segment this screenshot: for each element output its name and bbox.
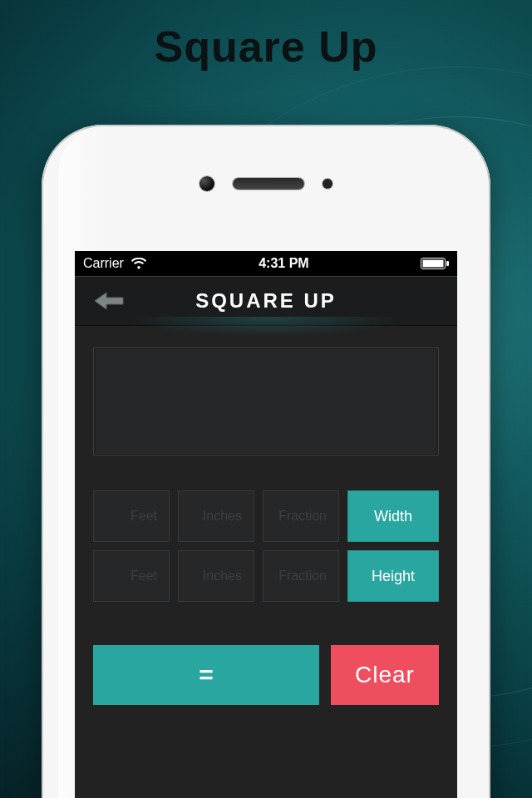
speaker-icon: [233, 178, 304, 190]
width-feet-input[interactable]: Feet: [93, 490, 170, 542]
action-row: = Clear: [93, 645, 439, 705]
promo-title: Square Up: [0, 22, 532, 71]
placeholder-label: Inches: [203, 569, 242, 584]
width-row: Feet Inches Fraction Width: [93, 490, 439, 542]
app-content: Feet Inches Fraction Width Feet Inches F…: [75, 326, 457, 705]
back-button[interactable]: [90, 289, 126, 313]
height-row: Feet Inches Fraction Height: [93, 550, 439, 602]
placeholder-label: Feet: [131, 509, 157, 524]
phone-frame: Carrier 4:31 PM: [42, 125, 490, 798]
phone-earpiece: [200, 176, 332, 191]
status-carrier: Carrier: [83, 256, 124, 271]
status-bar: Carrier 4:31 PM: [75, 251, 457, 276]
promo-background: Square Up Carrier 4:31 PM: [0, 0, 532, 798]
measurement-grid: Feet Inches Fraction Width Feet Inches F…: [93, 490, 439, 602]
height-fraction-input[interactable]: Fraction: [263, 550, 339, 602]
camera-icon: [200, 176, 214, 191]
equals-button[interactable]: =: [93, 645, 319, 705]
phone-screen: Carrier 4:31 PM: [75, 251, 457, 798]
battery-icon: [421, 258, 449, 269]
nav-title: SQUARE UP: [195, 289, 337, 313]
height-button[interactable]: Height: [347, 550, 439, 602]
width-fraction-input[interactable]: Fraction: [263, 490, 339, 542]
width-button[interactable]: Width: [347, 490, 439, 542]
placeholder-label: Fraction: [278, 509, 327, 524]
result-display: [93, 347, 439, 456]
width-inches-input[interactable]: Inches: [178, 490, 254, 542]
status-time: 4:31 PM: [259, 256, 308, 271]
placeholder-label: Inches: [203, 509, 242, 524]
wifi-icon: [131, 258, 147, 269]
placeholder-label: Fraction: [278, 569, 327, 584]
height-button-label: Height: [372, 568, 415, 585]
clear-button[interactable]: Clear: [331, 645, 439, 705]
app-root: SQUARE UP Feet Inches Fraction Width Fee…: [75, 276, 457, 798]
width-button-label: Width: [374, 508, 412, 525]
height-inches-input[interactable]: Inches: [178, 550, 254, 602]
height-feet-input[interactable]: Feet: [93, 550, 170, 602]
sensor-icon: [323, 179, 332, 189]
svg-rect-2: [446, 261, 449, 266]
nav-bar: SQUARE UP: [75, 276, 457, 326]
clear-label: Clear: [355, 662, 415, 688]
placeholder-label: Feet: [131, 569, 157, 584]
equals-label: =: [199, 661, 214, 689]
svg-rect-1: [422, 260, 443, 268]
